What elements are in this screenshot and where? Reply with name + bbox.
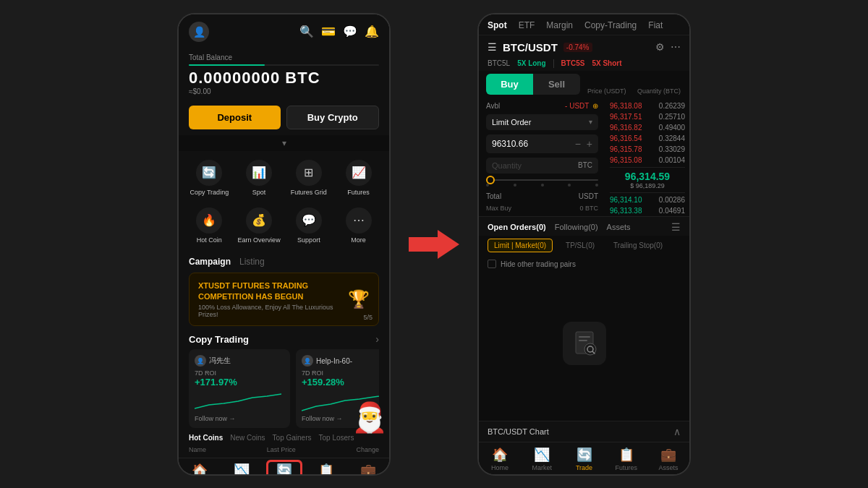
nav-home[interactable]: 🏠 Home (179, 463, 221, 474)
trader-card-2: 👤 Help-In-60- 7D ROI +159.28% Follow now… (296, 349, 379, 428)
minus-icon[interactable]: − (575, 138, 581, 150)
deposit-button[interactable]: Deposit (189, 106, 281, 129)
nav-futures[interactable]: 📋 Futures (305, 463, 347, 474)
tab-following[interactable]: Following(0) (555, 223, 598, 231)
trade-bottom-tabs: Open Orders(0) Following(0) Assets ☰ (479, 216, 689, 236)
r-nav-home-label: Home (491, 464, 509, 471)
qty-input[interactable]: Quantity BTC (486, 158, 598, 174)
wallet-icon[interactable]: 💳 (321, 25, 336, 38)
buy-tab[interactable]: Buy (486, 74, 533, 95)
tab-margin[interactable]: Margin (546, 20, 573, 30)
grid-item-support[interactable]: 💬 Support (286, 203, 333, 248)
leverage-btc5s[interactable]: BTC5S (561, 59, 585, 67)
grid-label-futures: Futures (347, 189, 370, 196)
sell-tab[interactable]: Sell (533, 74, 580, 95)
tab-spot[interactable]: Spot (488, 20, 507, 30)
slider-row[interactable] (486, 178, 598, 188)
price-input[interactable]: 96310.66 − + (486, 134, 598, 153)
nav-assets[interactable]: 💼 Assets (347, 463, 389, 474)
grid-label-more: More (351, 236, 366, 244)
avbl-label: Avbl (486, 102, 500, 110)
tab-copy-trading[interactable]: Copy-Trading (584, 20, 637, 30)
search-icon[interactable]: 🔍 (299, 25, 314, 38)
futures-nav-icon: 📋 (318, 463, 334, 474)
grid-item-copy-trading[interactable]: 🔄 Copy Trading (186, 155, 233, 200)
pair-menu-icon[interactable]: ☰ (488, 41, 497, 53)
filter-limit-market[interactable]: Limit | Market(0) (488, 239, 553, 252)
avatar[interactable]: 👤 (189, 22, 209, 42)
grid-item-futures[interactable]: 📈 Futures (335, 155, 382, 200)
dot-75 (568, 184, 571, 187)
trade-highlight-box (266, 460, 302, 474)
tab-top-losers[interactable]: Top Losers (319, 434, 354, 442)
copy-trading-arrow[interactable]: › (375, 333, 379, 345)
trader-roi-2: +159.28% (302, 377, 379, 388)
r-nav-futures[interactable]: 📋 Futures (605, 447, 647, 471)
left-screen: 👤 🔍 💳 💬 🔔 Total Balance 0.00000000 BTC ≈… (179, 14, 389, 474)
tab-top-gainers[interactable]: Top Gainers (273, 434, 312, 442)
direction-arrow (409, 226, 459, 262)
long-label: 5X Long (517, 59, 545, 67)
bid-row-1: 96,314.10 0.00286 (610, 194, 685, 205)
tab-open-orders[interactable]: Open Orders(0) (488, 223, 546, 231)
bell-icon[interactable]: 🔔 (365, 25, 379, 38)
plus-icon[interactable]: + (587, 138, 592, 150)
buy-sell-col: Buy Sell (486, 74, 580, 95)
order-type-select[interactable]: Limit Order ▾ (486, 114, 598, 130)
ask-row-1: 96,318.08 0.26239 (610, 100, 685, 111)
grid-label-support: Support (297, 236, 320, 244)
r-nav-trade[interactable]: 🔄 Trade (563, 447, 605, 471)
arrow-container (405, 226, 463, 262)
slider-track (486, 179, 598, 181)
price-col-header: Price (USDT) (587, 87, 626, 95)
chart-toggle[interactable]: ∧ (673, 426, 681, 437)
order-form: Avbl - USDT ⊕ Limit Order ▾ 96310.66 (479, 98, 605, 217)
banner-title: XTUSDT FUTURES TRADING COMPETITION HAS B… (198, 281, 343, 303)
filter-tpsl[interactable]: TP/SL(0) (560, 239, 600, 252)
trader-avatar-1: 👤 (195, 355, 206, 367)
right-bottom-nav: 🏠 Home 📉 Market 🔄 Trade 📋 Futures 💼 (479, 442, 689, 474)
nav-trade[interactable]: 🔄 Trade 1 (263, 463, 305, 474)
right-screen: Spot ETF Margin Copy-Trading Fiat ☰ BTC/… (479, 14, 689, 474)
more-dots-icon[interactable]: ⋯ (671, 41, 681, 53)
follow-btn-1[interactable]: Follow now → (195, 415, 284, 422)
svg-rect-3 (579, 340, 587, 341)
tab-new-coins[interactable]: New Coins (230, 434, 265, 442)
collapse-button[interactable]: ▾ (179, 135, 389, 151)
slider-thumb[interactable] (486, 176, 495, 184)
tab-etf[interactable]: ETF (519, 20, 535, 30)
hide-checkbox[interactable] (488, 260, 496, 268)
tab-hot-coins[interactable]: Hot Coins (189, 434, 223, 442)
r-nav-home[interactable]: 🏠 Home (479, 447, 521, 471)
chat-icon[interactable]: 💬 (343, 25, 357, 38)
svg-marker-0 (409, 230, 459, 259)
nav-market[interactable]: 📉 Market (221, 463, 263, 474)
order-type-chevron: ▾ (589, 118, 592, 126)
col-name: Name (189, 446, 206, 453)
hot-coins-tabs: Hot Coins New Coins Top Gainers Top Lose… (189, 434, 379, 442)
tab-campaign[interactable]: Campaign (189, 257, 231, 268)
grid-label-earn: Earn Overview (238, 236, 281, 244)
grid-item-spot[interactable]: 📊 Spot (236, 155, 283, 200)
grid-item-hot-coin[interactable]: 🔥 Hot Coin (186, 203, 233, 248)
settings-icon[interactable]: ⚙ (655, 41, 665, 53)
r-nav-assets[interactable]: 💼 Assets (647, 447, 689, 471)
short-label: 5X Short (592, 59, 621, 67)
filter-trailing[interactable]: Trailing Stop(0) (608, 239, 668, 252)
tab-fiat[interactable]: Fiat (648, 20, 663, 30)
coins-header: Name Last Price Change (189, 445, 379, 455)
leverage-btc5l[interactable]: BTC5L (488, 59, 510, 67)
grid-item-earn[interactable]: 💰 Earn Overview (236, 203, 283, 248)
tab-assets[interactable]: Assets (607, 223, 631, 231)
tab-listing[interactable]: Listing (239, 257, 265, 268)
top-bar: 👤 🔍 💳 💬 🔔 (179, 14, 389, 48)
grid-item-futures-grid[interactable]: ⊞ Futures Grid (286, 155, 333, 200)
empty-icon (563, 322, 606, 365)
support-icon: 💬 (296, 207, 322, 234)
orders-list-icon[interactable]: ☰ (671, 221, 681, 233)
total-unit: USDT (579, 192, 598, 200)
grid-item-more[interactable]: ⋯ More (335, 203, 382, 248)
buy-crypto-button[interactable]: Buy Crypto (286, 106, 380, 129)
r-nav-market[interactable]: 📉 Market (521, 447, 563, 471)
follow-btn-2[interactable]: Follow now → (302, 415, 379, 422)
